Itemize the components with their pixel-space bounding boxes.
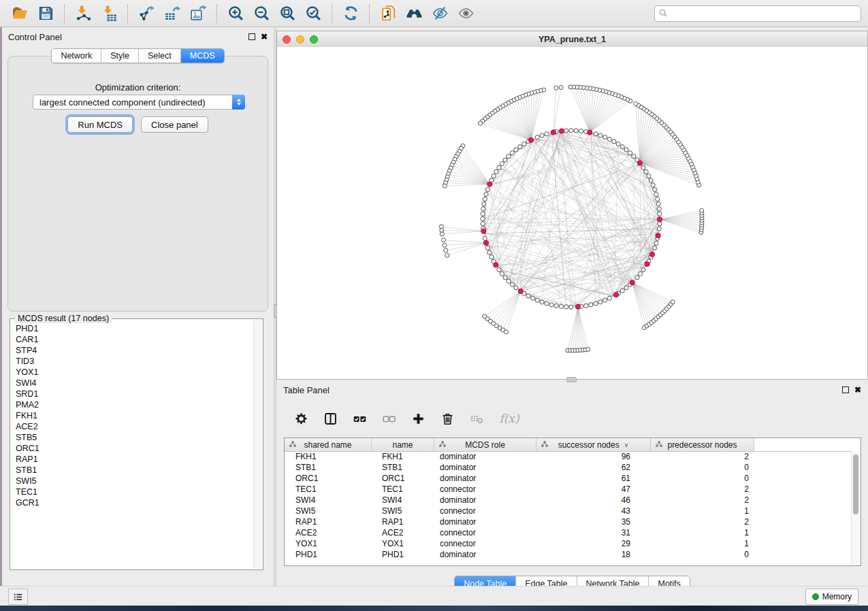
column-header-successor-nodes[interactable]: successor nodes∨ (536, 438, 651, 451)
save-session-button[interactable] (35, 3, 57, 24)
mcds-result-item[interactable]: STB1 (16, 465, 253, 476)
cell-shared-name[interactable]: PHD1 (285, 550, 372, 559)
cell-MCDS-role[interactable]: dominator (434, 550, 536, 559)
cell-name[interactable]: PHD1 (372, 550, 434, 559)
find-button[interactable] (403, 3, 425, 24)
show-columns-button[interactable] (322, 410, 338, 427)
panel-menu-button[interactable] (8, 589, 28, 605)
export-table-button[interactable] (161, 3, 183, 24)
close-panel-button[interactable]: Close panel (141, 116, 208, 133)
mcds-result-item[interactable]: SWI5 (16, 476, 253, 486)
mcds-result-item[interactable]: PMA2 (16, 399, 253, 410)
mcds-result-item[interactable]: CAR1 (16, 334, 253, 345)
cell-predecessor-nodes[interactable]: 0 (651, 463, 754, 472)
tab-mcds[interactable]: MCDS (181, 49, 224, 63)
cell-MCDS-role[interactable]: dominator (434, 517, 536, 527)
cell-successor-nodes[interactable]: 46 (536, 495, 651, 505)
zoom-selected-button[interactable] (302, 3, 324, 24)
cell-successor-nodes[interactable]: 96 (536, 452, 651, 461)
export-image-button[interactable] (187, 3, 209, 24)
cell-MCDS-role[interactable]: connector (434, 539, 536, 548)
column-header-shared-name[interactable]: shared name (285, 438, 372, 451)
table-row-ACE2[interactable]: ACE2ACE2connector311 (285, 527, 852, 538)
cell-MCDS-role[interactable]: connector (434, 528, 536, 538)
cell-successor-nodes[interactable]: 18 (536, 550, 651, 559)
cell-shared-name[interactable]: RAP1 (285, 517, 372, 527)
cell-successor-nodes[interactable]: 31 (536, 528, 651, 538)
cell-predecessor-nodes[interactable]: 0 (651, 550, 754, 559)
tab-network[interactable]: Network (52, 49, 101, 63)
network-canvas[interactable] (277, 47, 867, 379)
column-header-predecessor-nodes[interactable]: predecessor nodes (651, 438, 754, 451)
search-box[interactable] (654, 5, 861, 22)
mcds-result-item[interactable]: PHD1 (16, 323, 253, 334)
table-row-PHD1[interactable]: PHD1PHD1dominator180 (285, 549, 852, 560)
table-row-SWI4[interactable]: SWI4SWI4dominator462 (285, 495, 852, 506)
run-mcds-button[interactable]: Run MCDS (67, 116, 133, 133)
close-panel-icon[interactable]: ✖ (261, 33, 268, 40)
optimization-criterion-select[interactable]: largest connected component (undirected) (33, 95, 245, 110)
cell-predecessor-nodes[interactable]: 0 (651, 474, 754, 483)
table-scrollbar-thumb[interactable] (853, 455, 858, 514)
table-row-YOX1[interactable]: YOX1YOX1connector291 (285, 538, 852, 549)
cell-name[interactable]: SWI4 (372, 495, 434, 505)
refresh-view-button[interactable] (340, 3, 361, 24)
cell-shared-name[interactable]: SWI4 (285, 495, 372, 505)
cell-predecessor-nodes[interactable]: 2 (651, 495, 754, 505)
export-network-button[interactable] (135, 3, 157, 24)
cell-MCDS-role[interactable]: dominator (434, 463, 536, 472)
cell-MCDS-role[interactable]: dominator (434, 452, 536, 461)
table-row-STB1[interactable]: STB1STB1dominator620 (285, 462, 852, 473)
share-network-button[interactable] (377, 3, 399, 24)
add-row-button[interactable] (410, 410, 426, 427)
network-window-titlebar[interactable]: YPA_prune.txt_1 (277, 31, 867, 48)
cell-shared-name[interactable]: ORC1 (285, 474, 372, 483)
table-row-TEC1[interactable]: TEC1TEC1connector472 (285, 484, 852, 495)
mcds-result-item[interactable]: STP4 (16, 345, 253, 356)
cell-predecessor-nodes[interactable]: 2 (651, 452, 754, 461)
cell-predecessor-nodes[interactable]: 1 (651, 506, 754, 516)
mcds-result-item[interactable]: GCR1 (16, 497, 253, 508)
cell-name[interactable]: YOX1 (372, 539, 434, 548)
cell-shared-name[interactable]: ACE2 (285, 528, 372, 538)
show-all-button[interactable] (455, 3, 477, 24)
mcds-result-item[interactable]: YOX1 (16, 367, 253, 378)
deselect-all-button[interactable] (381, 410, 397, 427)
cell-name[interactable]: ACE2 (372, 528, 434, 538)
cell-shared-name[interactable]: YOX1 (285, 539, 372, 548)
cell-successor-nodes[interactable]: 35 (536, 517, 651, 527)
float-panel-icon[interactable] (248, 33, 255, 40)
cell-shared-name[interactable]: TEC1 (285, 484, 372, 494)
close-table-panel-icon[interactable]: ✖ (854, 386, 861, 393)
cell-successor-nodes[interactable]: 62 (536, 463, 651, 472)
cell-successor-nodes[interactable]: 47 (536, 484, 651, 494)
mcds-result-item[interactable]: TID3 (16, 356, 253, 367)
mcds-result-item[interactable]: ACE2 (16, 421, 253, 432)
cell-name[interactable]: ORC1 (372, 474, 434, 483)
mcds-result-item[interactable]: FKH1 (16, 410, 253, 421)
delete-selected-button[interactable] (439, 410, 455, 427)
mcds-result-item[interactable]: SWI4 (16, 378, 253, 389)
table-row-RAP1[interactable]: RAP1RAP1dominator352 (285, 516, 852, 527)
cell-MCDS-role[interactable]: connector (434, 506, 536, 516)
cell-name[interactable]: TEC1 (372, 484, 434, 494)
cell-shared-name[interactable]: FKH1 (285, 452, 372, 461)
cell-MCDS-role[interactable]: dominator (434, 474, 536, 483)
cell-name[interactable]: SWI5 (372, 506, 434, 516)
column-header-MCDS-role[interactable]: MCDS role (434, 438, 536, 451)
cell-shared-name[interactable]: SWI5 (285, 506, 372, 516)
open-file-button[interactable] (9, 3, 31, 24)
cell-name[interactable]: STB1 (372, 463, 434, 472)
cell-shared-name[interactable]: STB1 (285, 463, 372, 472)
cell-MCDS-role[interactable]: dominator (434, 495, 536, 505)
cell-successor-nodes[interactable]: 61 (536, 474, 651, 483)
import-table-button[interactable] (98, 3, 120, 24)
cell-name[interactable]: RAP1 (372, 517, 434, 527)
float-table-panel-icon[interactable] (842, 386, 849, 393)
zoom-in-button[interactable] (225, 3, 246, 24)
zoom-fit-button[interactable] (276, 3, 298, 24)
tab-select[interactable]: Select (139, 49, 181, 63)
mcds-result-item[interactable]: TEC1 (16, 486, 253, 497)
table-row-SWI5[interactable]: SWI5SWI5connector431 (285, 506, 852, 516)
cell-predecessor-nodes[interactable]: 2 (651, 517, 754, 527)
